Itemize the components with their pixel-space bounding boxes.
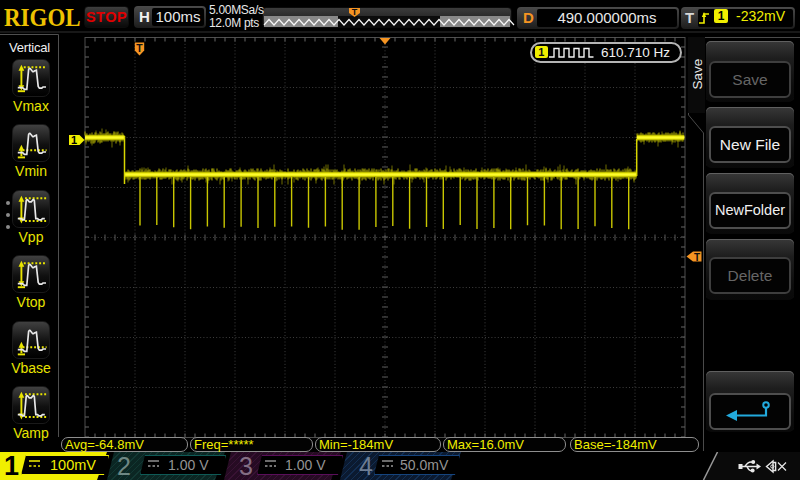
svg-text:T: T [352,7,358,17]
svg-text:T: T [136,42,143,54]
svg-text:1: 1 [71,134,77,146]
